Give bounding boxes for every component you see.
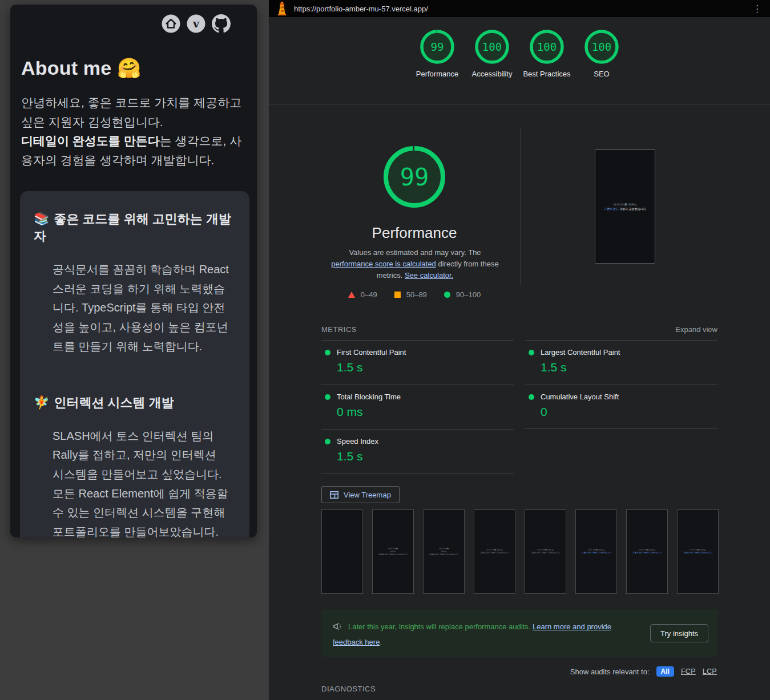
home-icon[interactable] xyxy=(162,14,180,33)
filmstrip: …아이디어를만드는프론트엔드 개발자 김성현입니다아이디어를만드는프론트엔드 개… xyxy=(321,509,721,594)
about-card: 📚좋은 코드를 위해 고민하는 개발자 공식문서를 꼼꼼히 학습하며 React… xyxy=(20,191,249,537)
audits-filter: Show audits relevant to: All FCP LCP xyxy=(570,666,717,677)
intro-bold: 디테일이 완성도를 만든다 xyxy=(21,134,160,147)
audits-filter-label: Show audits relevant to: xyxy=(570,667,650,676)
metric-lcp: Largest Contentful Paint 1.5 s xyxy=(525,340,717,385)
legend-fail: 0–49 xyxy=(348,290,377,299)
score-label: Performance xyxy=(416,69,458,79)
summary-gauge-performance[interactable]: 99 Performance xyxy=(410,30,465,104)
filter-lcp-link[interactable]: LCP xyxy=(703,667,717,675)
filmstrip-frame: 아이디어를 만드는프론트엔드 개발자 김성현입니다 xyxy=(677,509,719,594)
pass-dot-icon xyxy=(325,439,330,444)
performance-gauge: 99 xyxy=(381,144,448,210)
social-links: v xyxy=(10,14,231,33)
megaphone-icon xyxy=(333,622,343,631)
hug-emoji: 🤗 xyxy=(117,57,142,79)
score-value: 100 xyxy=(584,30,619,64)
metrics-header-row: METRICS Expand view xyxy=(321,325,717,334)
intro-line: 안녕하세요, 좋은 코드로 가치를 제공하고 싶은 지원자 김성현입니다. xyxy=(21,93,249,131)
treemap-icon xyxy=(330,491,338,499)
banner-text: Later this year, insights will replace p… xyxy=(333,619,641,650)
filter-fcp-link[interactable]: FCP xyxy=(681,667,696,675)
metric-tbt: Total Blocking Time 0 ms xyxy=(321,385,514,429)
score-value: 100 xyxy=(475,30,509,64)
filmstrip-frame: 아이디어를 만드는프론트엔드 개발자 김성현입니다 xyxy=(525,509,566,594)
metrics-grid: First Contentful Paint 1.5 s Largest Con… xyxy=(321,340,717,474)
score-label: SEO xyxy=(594,69,609,79)
score-value: 100 xyxy=(530,30,564,64)
metric-value: 1.5 s xyxy=(541,361,717,374)
pass-dot-icon xyxy=(325,350,330,355)
metric-value: 1.5 s xyxy=(337,361,514,374)
fairy-emoji: 🧚 xyxy=(34,395,49,410)
performance-score: 99 xyxy=(381,144,448,210)
diagnostics-heading: DIAGNOSTICS xyxy=(321,685,376,693)
portfolio-panel: v About me 🤗 안녕하세요, 좋은 코드로 가치를 제공하고 싶은 지… xyxy=(10,5,257,537)
average-square-icon xyxy=(394,292,401,298)
metric-value: 1.5 s xyxy=(337,450,514,463)
metric-value: 0 ms xyxy=(337,405,514,419)
filmstrip-frame: 아이디어를 만드는프론트엔드 개발자 김성현입니다 xyxy=(575,509,617,594)
kebab-menu-icon[interactable]: ⋮ xyxy=(750,4,764,14)
filmstrip-frame: 아이디어를 만드는프론트엔드 개발자 김성현입니다 xyxy=(474,509,515,594)
report-url-bar: https://portfolio-amber-mu-57.vercel.app… xyxy=(269,0,770,17)
page-title: About me 🤗 xyxy=(21,56,257,79)
final-screenshot: 아이디어를 만드는 프론트엔드 개발자 김성현입니다 xyxy=(595,149,655,264)
performance-section-title: Performance xyxy=(312,224,517,242)
metric-value: 0 xyxy=(541,405,717,419)
pass-circle-icon xyxy=(444,292,450,298)
view-treemap-button[interactable]: View Treemap xyxy=(321,486,400,503)
pass-dot-icon xyxy=(529,350,534,355)
see-calculator-link[interactable]: See calculator. xyxy=(405,271,453,280)
card-body-good-code: 공식문서를 꼼꼼히 학습하며 React스러운 코딩을 하기 위해 노력했습니다… xyxy=(53,260,231,357)
legend-average: 50–89 xyxy=(394,290,427,299)
filter-all-chip[interactable]: All xyxy=(656,666,674,677)
try-insights-button[interactable]: Try insights xyxy=(650,624,708,642)
books-emoji: 📚 xyxy=(34,212,49,226)
vertical-divider xyxy=(520,128,521,285)
summary-gauge-seo[interactable]: 100 SEO xyxy=(574,30,629,104)
filmstrip-frame: 아이디어를만드는프론트엔드 개발자 김성현입니다 xyxy=(423,509,465,594)
lighthouse-report: https://portfolio-amber-mu-57.vercel.app… xyxy=(268,0,770,700)
intro-line: 디테일이 완성도를 만든다는 생각으로, 사용자의 경험을 생각하며 개발합니다… xyxy=(21,131,249,169)
velog-icon[interactable]: v xyxy=(187,14,205,33)
filmstrip-frame: 아이디어를만드는프론트엔드 개발자 김성현입니다 xyxy=(372,509,414,594)
filmstrip-frame: … xyxy=(321,509,363,594)
card-title-good-code: 📚좋은 코드를 위해 고민하는 개발자 xyxy=(34,211,236,245)
filmstrip-frame: 아이디어를 만드는프론트엔드 개발자 김성현입니다 xyxy=(626,509,668,594)
summary-gauge-best-practices[interactable]: 100 Best Practices xyxy=(519,30,574,104)
metrics-heading: METRICS xyxy=(321,325,357,334)
score-legend: 0–49 50–89 90–100 xyxy=(312,290,517,299)
score-label: Best Practices xyxy=(523,69,570,79)
metric-cls: Cumulative Layout Shift 0 xyxy=(525,385,717,429)
score-label: Accessibility xyxy=(472,69,513,79)
legend-pass: 90–100 xyxy=(444,290,481,299)
score-value: 99 xyxy=(420,30,454,64)
performance-description: Values are estimated and may vary. The p… xyxy=(329,247,501,281)
pass-dot-icon xyxy=(529,394,534,400)
card-title-interaction: 🧚인터렉션 시스템 개발 xyxy=(34,394,236,411)
score-summary: 99 Performance 100 Accessibility 100 Bes… xyxy=(269,17,770,104)
metric-fcp: First Contentful Paint 1.5 s xyxy=(321,340,514,385)
summary-gauge-accessibility[interactable]: 100 Accessibility xyxy=(465,30,519,104)
metric-empty-cell xyxy=(525,429,717,474)
pass-dot-icon xyxy=(325,394,330,400)
svg-text:v: v xyxy=(192,17,200,30)
metric-speed-index: Speed Index 1.5 s xyxy=(321,429,514,474)
expand-view-toggle[interactable]: Expand view xyxy=(675,325,717,334)
insights-banner: Later this year, insights will replace p… xyxy=(321,609,717,657)
lighthouse-icon xyxy=(276,2,288,15)
score-calculated-link[interactable]: performance score is calculated xyxy=(331,260,436,268)
intro-text: 안녕하세요, 좋은 코드로 가치를 제공하고 싶은 지원자 김성현입니다. 디테… xyxy=(21,93,249,169)
card-body-interaction: SLASH에서 토스 인터렉션 팀의 Rally를 접하고, 저만의 인터렉션 … xyxy=(53,427,231,537)
report-url[interactable]: https://portfolio-amber-mu-57.vercel.app… xyxy=(294,5,428,13)
fail-triangle-icon xyxy=(348,292,355,298)
github-icon[interactable] xyxy=(212,14,231,33)
